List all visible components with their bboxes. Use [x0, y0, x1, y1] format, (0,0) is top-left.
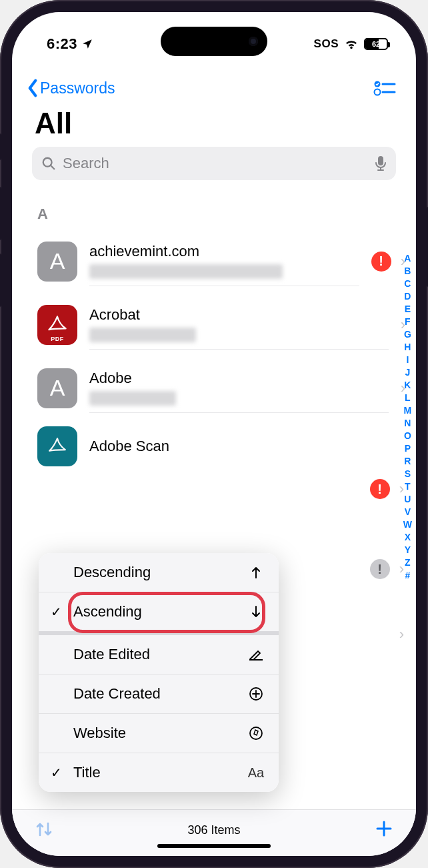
search-icon [41, 156, 56, 171]
index-letter[interactable]: T [405, 480, 411, 493]
index-letter[interactable]: X [405, 531, 411, 544]
app-icon: PDF [37, 305, 77, 345]
index-letter[interactable]: R [404, 455, 411, 468]
item-title: Adobe Scan [89, 438, 405, 455]
index-letter[interactable]: Y [405, 544, 411, 556]
sort-ascending[interactable]: ✓ Ascending [39, 592, 279, 631]
item-count: 306 Items [187, 823, 240, 837]
dynamic-island [161, 27, 267, 56]
search-field[interactable]: Search [32, 147, 396, 180]
sort-descending[interactable]: Descending [39, 553, 279, 592]
item-title: Adobe [89, 370, 389, 387]
search-placeholder: Search [63, 155, 368, 172]
index-letter[interactable]: J [405, 366, 410, 379]
home-indicator [157, 844, 271, 848]
item-subtitle-redacted [89, 328, 196, 342]
chevron-right-icon: › [399, 626, 404, 643]
wifi-icon [344, 38, 359, 50]
item-subtitle-redacted [89, 391, 176, 406]
list-item[interactable]: PDF Acrobat › [12, 293, 416, 356]
page-title: All [12, 103, 416, 147]
app-icon: A [37, 242, 77, 282]
compass-icon [248, 726, 264, 741]
section-header: A [12, 199, 416, 230]
nav-bar: Passwords [12, 64, 416, 103]
security-alert-icon: ! [371, 252, 391, 272]
security-alert-icon: ! [370, 479, 390, 499]
index-letter[interactable]: # [405, 569, 410, 582]
index-letter[interactable]: V [405, 506, 411, 518]
arrow-down-icon [248, 605, 264, 618]
sort-menu: Descending ✓ Ascending Date Edited [39, 553, 279, 792]
dictate-icon[interactable] [375, 155, 387, 171]
index-letter[interactable]: Z [405, 556, 411, 569]
index-letter[interactable]: O [404, 430, 411, 442]
sort-date-created[interactable]: Date Created [39, 674, 279, 713]
sort-date-edited[interactable]: Date Edited [39, 631, 279, 674]
add-button[interactable] [375, 817, 393, 843]
pencil-line-icon [248, 648, 264, 661]
checkmark-icon: ✓ [51, 765, 62, 781]
index-letter[interactable]: N [404, 417, 411, 430]
index-letter[interactable]: M [404, 404, 412, 417]
sos-indicator: SOS [314, 37, 339, 51]
index-letter[interactable]: F [405, 316, 411, 328]
back-label: Passwords [40, 79, 115, 97]
index-letter[interactable]: E [405, 303, 411, 316]
device-frame: 6:23 SOS 62 Passwor [0, 0, 428, 868]
adobe-scan-logo-icon [46, 435, 69, 458]
app-icon: A [37, 368, 77, 408]
security-alert-icon: ! [370, 559, 390, 579]
index-letter[interactable]: U [404, 493, 411, 506]
app-icon [37, 426, 77, 466]
volume-up-button [0, 187, 1, 240]
status-time: 6:23 [47, 35, 77, 53]
arrow-up-icon [248, 566, 264, 579]
acrobat-logo-icon [45, 313, 69, 337]
svg-point-2 [375, 89, 381, 95]
list-item[interactable]: A achievemint.com ! › [12, 230, 416, 293]
location-icon [81, 38, 93, 50]
index-letter[interactable]: W [403, 518, 412, 531]
svg-rect-6 [378, 156, 383, 165]
sort-website[interactable]: Website [39, 713, 279, 753]
item-title: Acrobat [89, 306, 389, 324]
volume-down-button [0, 254, 1, 307]
item-subtitle-redacted [89, 264, 283, 279]
svg-line-5 [51, 165, 55, 169]
alphabet-index[interactable]: ABCDEFGHIJKLMNOPRSTUVWXYZ# [403, 252, 412, 582]
index-letter[interactable]: P [405, 442, 411, 455]
sort-button[interactable] [35, 821, 53, 841]
index-letter[interactable]: I [406, 354, 409, 366]
side-button [0, 133, 1, 160]
select-list-button[interactable] [373, 79, 396, 97]
index-letter[interactable]: L [405, 392, 411, 404]
index-letter[interactable]: G [404, 328, 411, 341]
item-title: achievemint.com [89, 243, 359, 260]
sort-title[interactable]: ✓ Title Aa [39, 753, 279, 792]
battery-percent: 62 [365, 40, 387, 48]
plus-circle-icon [248, 687, 264, 701]
chevron-left-icon [27, 79, 39, 97]
back-button[interactable]: Passwords [27, 79, 115, 97]
index-letter[interactable]: D [404, 290, 411, 303]
text-format-icon: Aa [248, 765, 264, 781]
checkmark-icon: ✓ [51, 604, 62, 620]
list-item[interactable]: A Adobe › [12, 356, 416, 420]
index-letter[interactable]: S [405, 468, 411, 480]
index-letter[interactable]: C [404, 278, 411, 290]
index-letter[interactable]: K [404, 379, 411, 392]
svg-point-9 [250, 727, 262, 739]
index-letter[interactable]: B [404, 265, 411, 278]
bottom-toolbar: 306 Items [12, 809, 416, 856]
screen: 6:23 SOS 62 Passwor [12, 12, 416, 856]
index-letter[interactable]: A [404, 252, 411, 265]
index-letter[interactable]: H [404, 341, 411, 354]
list-item[interactable]: Adobe Scan [12, 420, 416, 473]
battery-icon: 62 [364, 38, 388, 50]
pdf-badge: PDF [37, 336, 77, 342]
